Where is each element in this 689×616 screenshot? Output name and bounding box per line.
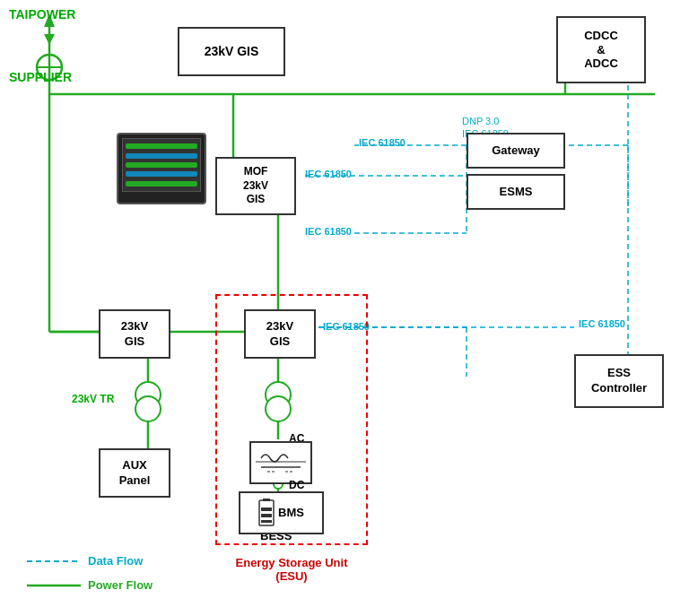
power-flow-line <box>27 580 81 591</box>
supplier-label: SUPPLIER <box>9 70 72 84</box>
taipower-label: TAIPOWER <box>9 7 75 22</box>
svg-rect-53 <box>261 520 272 523</box>
legend-data-flow: Data Flow <box>27 554 143 568</box>
box-aux: AUX Panel <box>99 448 170 498</box>
svg-rect-52 <box>261 514 272 517</box>
iec-label-3: IEC 61850 <box>305 226 352 237</box>
svg-marker-15 <box>44 34 55 45</box>
legend-power-flow: Power Flow <box>27 578 153 592</box>
box-gis-left: 23kV GIS <box>99 309 170 359</box>
box-gateway: Gateway <box>467 133 565 169</box>
svg-point-19 <box>135 382 161 407</box>
box-gis-top: 23kV GIS <box>178 27 285 76</box>
taipower-arrow-up: ↑ <box>45 16 53 35</box>
box-esms: ESMS <box>467 174 565 210</box>
iec-label-1: IEC 61850 <box>359 137 406 148</box>
box-bms: BMS <box>239 491 324 534</box>
iec-label-5: IEC 61850 <box>579 318 625 329</box>
data-flow-line <box>27 556 81 567</box>
esu-label: Energy Storage Unit(ESU) <box>215 556 368 583</box>
box-ess-ctrl: ESS Controller <box>574 354 664 408</box>
tr-label: 23kV TR <box>72 393 114 405</box>
svg-point-20 <box>135 396 161 421</box>
box-cdcc: CDCC & ADCC <box>556 16 646 83</box>
device-image <box>117 133 206 204</box>
box-mof: MOF 23kV GIS <box>215 157 296 215</box>
svg-rect-50 <box>263 499 270 501</box>
diagram: TAIPOWER ↑ SUPPLIER 23kV GIS CDCC & ADCC… <box>0 0 689 616</box>
iec-label-2: IEC 61850 <box>305 169 352 179</box>
battery-icon <box>258 499 275 527</box>
svg-rect-51 <box>261 508 272 511</box>
